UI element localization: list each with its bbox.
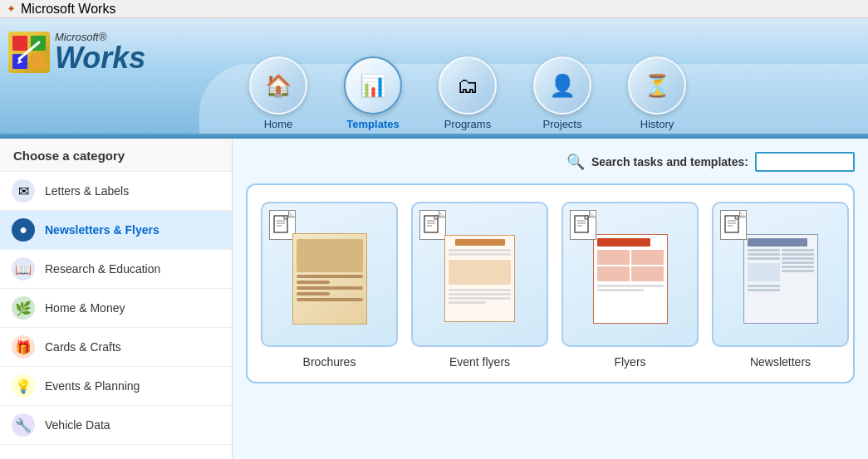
nav-tab-home[interactable]: 🏠 Home — [233, 56, 324, 132]
sidebar-label-events: Events & Planning — [45, 379, 140, 393]
logo: Microsoft® Works — [8, 31, 145, 73]
search-label: Search tasks and templates: — [591, 155, 748, 168]
nav-tab-programs[interactable]: 🗂 Programs — [422, 56, 513, 132]
flyers-thumbnail — [593, 234, 668, 324]
search-icon: 🔍 — [566, 153, 585, 171]
flyers-label: Flyers — [614, 355, 645, 369]
sidebar-item-newsletters[interactable]: ● Newsletters & Flyers — [0, 211, 232, 250]
template-card-flyers[interactable]: Flyers — [562, 202, 699, 369]
svg-marker-10 — [284, 216, 287, 219]
newsletters-card-box — [712, 202, 849, 347]
brochures-card-box — [261, 202, 398, 347]
event-flyers-label: Event flyers — [449, 355, 510, 369]
logo-text: Microsoft® Works — [55, 31, 145, 73]
sidebar-label-home: Home & Money — [45, 301, 125, 315]
newsletters-thumbnail — [743, 234, 818, 324]
sidebar-item-home[interactable]: 🌿 Home & Money — [0, 289, 232, 328]
sidebar-label-letters: Letters & Labels — [45, 184, 129, 198]
logo-icon — [8, 32, 50, 73]
letters-icon: ✉ — [12, 179, 35, 203]
flyers-card-box — [562, 202, 699, 347]
home-icon: 🌿 — [12, 296, 35, 320]
sidebar-label-research: Research & Education — [45, 262, 160, 276]
svg-marker-25 — [735, 216, 738, 219]
events-icon: 💡 — [12, 374, 35, 398]
svg-marker-15 — [434, 216, 438, 219]
nav: 🏠 Home 📊 Templates 🗂 Programs 👤 Projects… — [233, 56, 868, 132]
content: Choose a category ✉ Letters & Labels ● N… — [0, 139, 868, 459]
nav-tab-history[interactable]: ⏳ History — [611, 56, 703, 132]
sidebar-item-events[interactable]: 💡 Events & Planning — [0, 367, 232, 406]
search-bar: 🔍 Search tasks and templates: — [246, 152, 855, 172]
brochures-label: Brochures — [303, 355, 356, 369]
newsletters-icon: ● — [12, 218, 35, 242]
template-card-newsletters[interactable]: Newsletters — [712, 202, 849, 369]
nav-tab-templates[interactable]: 📊 Templates — [327, 56, 419, 132]
projects-nav-icon: 👤 — [533, 56, 591, 115]
sidebar-item-research[interactable]: 📖 Research & Education — [0, 250, 232, 289]
logo-works: Works — [55, 43, 145, 73]
templates-nav-icon: 📊 — [344, 56, 402, 115]
nav-tab-projects[interactable]: 👤 Projects — [517, 56, 608, 132]
svg-rect-0 — [12, 36, 27, 51]
template-card-event-flyers[interactable]: Event flyers — [411, 202, 548, 369]
nav-label-history: History — [640, 118, 674, 132]
main-content: 🔍 Search tasks and templates: — [233, 139, 868, 459]
event-flyers-card-box — [411, 202, 548, 347]
newsletters-doc-icon — [720, 210, 747, 240]
research-icon: 📖 — [12, 257, 35, 281]
vehicle-icon: 🔧 — [12, 413, 35, 437]
sidebar: Choose a category ✉ Letters & Labels ● N… — [0, 139, 233, 459]
event-flyers-thumbnail — [444, 235, 515, 322]
titlebar: ✦ Microsoft Works — [0, 0, 868, 18]
sidebar-label-vehicle: Vehicle Data — [45, 418, 110, 432]
history-nav-icon: ⏳ — [628, 56, 686, 115]
sidebar-item-cards[interactable]: 🎁 Cards & Crafts — [0, 328, 232, 367]
search-input[interactable] — [755, 152, 855, 172]
programs-nav-icon: 🗂 — [439, 56, 497, 115]
header: Microsoft® Works 🏠 Home 📊 Templates 🗂 Pr… — [0, 18, 868, 139]
sidebar-label-cards: Cards & Crafts — [45, 340, 121, 354]
sidebar-header: Choose a category — [0, 139, 232, 172]
brochures-thumbnail — [292, 233, 367, 325]
nav-label-templates: Templates — [346, 118, 399, 132]
template-grid: Brochures — [246, 183, 855, 383]
titlebar-title: Microsoft Works — [21, 2, 115, 17]
sidebar-label-newsletters: Newsletters & Flyers — [45, 223, 159, 237]
sidebar-item-vehicle[interactable]: 🔧 Vehicle Data — [0, 406, 232, 445]
template-card-brochures[interactable]: Brochures — [261, 202, 398, 369]
svg-rect-3 — [31, 54, 46, 69]
cards-icon: 🎁 — [12, 335, 35, 359]
event-flyers-doc-icon — [419, 210, 446, 240]
sidebar-item-letters[interactable]: ✉ Letters & Labels — [0, 172, 232, 211]
svg-marker-20 — [585, 216, 588, 219]
titlebar-icon: ✦ — [7, 2, 16, 15]
nav-label-programs: Programs — [444, 118, 491, 132]
home-nav-icon: 🏠 — [249, 56, 307, 115]
flyers-doc-icon — [570, 210, 596, 240]
newsletters-label: Newsletters — [750, 355, 811, 369]
nav-label-home: Home — [264, 118, 293, 132]
nav-label-projects: Projects — [543, 118, 582, 132]
